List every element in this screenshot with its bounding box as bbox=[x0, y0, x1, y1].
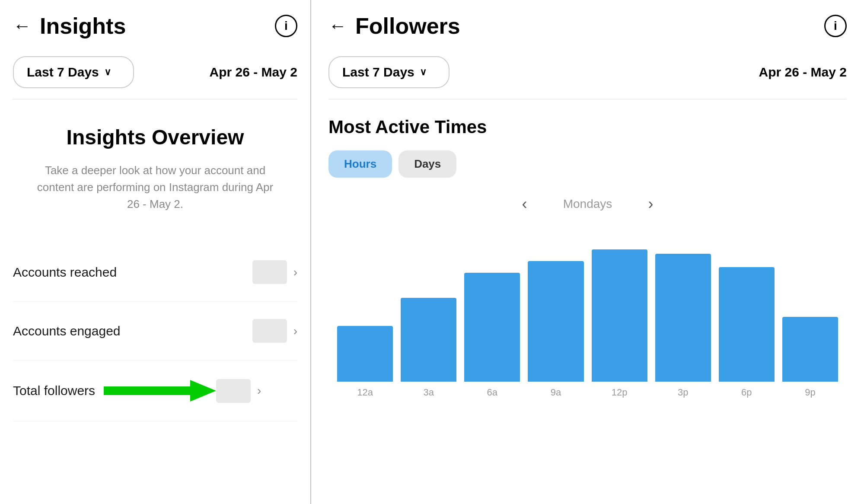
left-panel: ← Insights i Last 7 Days ∨ Apr 26 - May … bbox=[0, 0, 311, 504]
accounts-reached-label: Accounts reached bbox=[13, 265, 252, 280]
accounts-engaged-chevron-icon: › bbox=[293, 324, 297, 338]
hours-toggle-button[interactable]: Hours bbox=[328, 150, 392, 178]
day-label: Mondays bbox=[553, 197, 622, 211]
x-axis-label: 6p bbox=[719, 387, 775, 398]
svg-marker-0 bbox=[104, 380, 216, 402]
bar-wrapper bbox=[337, 326, 393, 382]
bar bbox=[401, 298, 456, 382]
left-page-title: Insights bbox=[40, 13, 275, 39]
left-header: ← Insights i bbox=[13, 0, 297, 48]
accounts-engaged-item[interactable]: Accounts engaged › bbox=[13, 302, 297, 360]
toggle-buttons: Hours Days bbox=[328, 150, 847, 178]
right-date-dropdown[interactable]: Last 7 Days ∨ bbox=[328, 56, 450, 88]
total-followers-thumbnail bbox=[216, 379, 251, 403]
left-date-dropdown[interactable]: Last 7 Days ∨ bbox=[13, 56, 134, 88]
bar-wrapper bbox=[528, 261, 583, 382]
day-navigator: ‹ Mondays › bbox=[328, 195, 847, 213]
most-active-title: Most Active Times bbox=[328, 99, 847, 150]
accounts-engaged-label: Accounts engaged bbox=[13, 324, 252, 338]
right-filter-row: Last 7 Days ∨ Apr 26 - May 2 bbox=[328, 48, 847, 99]
overview-description: Take a deeper look at how your account a… bbox=[30, 162, 281, 213]
total-followers-right: › bbox=[216, 379, 261, 403]
right-panel: ← Followers i Last 7 Days ∨ Apr 26 - May… bbox=[311, 0, 864, 504]
x-axis-label: 9a bbox=[528, 387, 583, 398]
prev-day-button[interactable]: ‹ bbox=[522, 195, 527, 213]
bar-wrapper bbox=[782, 317, 838, 382]
x-axis: 12a3a6a9a12p3p6p9p bbox=[333, 382, 842, 398]
bar bbox=[464, 273, 520, 382]
left-back-button[interactable]: ← bbox=[13, 17, 31, 35]
bar-wrapper bbox=[719, 267, 775, 382]
x-axis-label: 12a bbox=[337, 387, 393, 398]
accounts-reached-right: › bbox=[252, 260, 297, 284]
left-date-dropdown-label: Last 7 Days bbox=[27, 65, 99, 80]
bar bbox=[337, 326, 393, 382]
x-axis-label: 9p bbox=[782, 387, 838, 398]
bar-chart bbox=[333, 235, 842, 382]
total-followers-label-row: Total followers bbox=[13, 378, 216, 404]
x-axis-label: 3a bbox=[401, 387, 456, 398]
total-followers-item[interactable]: Total followers › bbox=[13, 360, 297, 421]
days-toggle-button[interactable]: Days bbox=[399, 150, 456, 178]
total-followers-label: Total followers bbox=[13, 383, 95, 398]
right-header: ← Followers i bbox=[328, 0, 847, 48]
left-filter-row: Last 7 Days ∨ Apr 26 - May 2 bbox=[13, 48, 297, 99]
x-axis-label: 6a bbox=[464, 387, 520, 398]
accounts-reached-chevron-icon: › bbox=[293, 265, 297, 279]
bar bbox=[528, 261, 583, 382]
left-date-range: Apr 26 - May 2 bbox=[210, 65, 297, 80]
left-info-button[interactable]: i bbox=[275, 15, 297, 37]
total-followers-chevron-icon: › bbox=[257, 384, 261, 398]
bar-wrapper bbox=[655, 254, 711, 382]
left-list-section: Accounts reached › Accounts engaged › To… bbox=[13, 234, 297, 504]
accounts-reached-thumbnail bbox=[252, 260, 287, 284]
x-axis-label: 12p bbox=[592, 387, 647, 398]
x-axis-label: 3p bbox=[655, 387, 711, 398]
right-page-title: Followers bbox=[355, 13, 824, 39]
right-date-range: Apr 26 - May 2 bbox=[759, 65, 847, 80]
green-arrow-annotation bbox=[104, 378, 216, 404]
right-back-button[interactable]: ← bbox=[328, 17, 347, 35]
bar bbox=[719, 267, 775, 382]
right-info-button[interactable]: i bbox=[824, 15, 847, 37]
bar bbox=[782, 317, 838, 382]
bar-wrapper bbox=[401, 298, 456, 382]
accounts-engaged-thumbnail bbox=[252, 319, 287, 343]
left-chevron-down-icon: ∨ bbox=[104, 67, 111, 78]
accounts-reached-item[interactable]: Accounts reached › bbox=[13, 243, 297, 302]
bar bbox=[655, 254, 711, 382]
bar-wrapper bbox=[464, 273, 520, 382]
bar-wrapper bbox=[592, 249, 647, 382]
accounts-engaged-right: › bbox=[252, 319, 297, 343]
chart-container: 12a3a6a9a12p3p6p9p bbox=[328, 235, 847, 504]
next-day-button[interactable]: › bbox=[648, 195, 654, 213]
overview-section: Insights Overview Take a deeper look at … bbox=[13, 99, 297, 234]
bar bbox=[592, 249, 647, 382]
right-date-dropdown-label: Last 7 Days bbox=[342, 65, 414, 80]
overview-title: Insights Overview bbox=[22, 125, 289, 149]
right-chevron-down-icon: ∨ bbox=[420, 67, 427, 78]
